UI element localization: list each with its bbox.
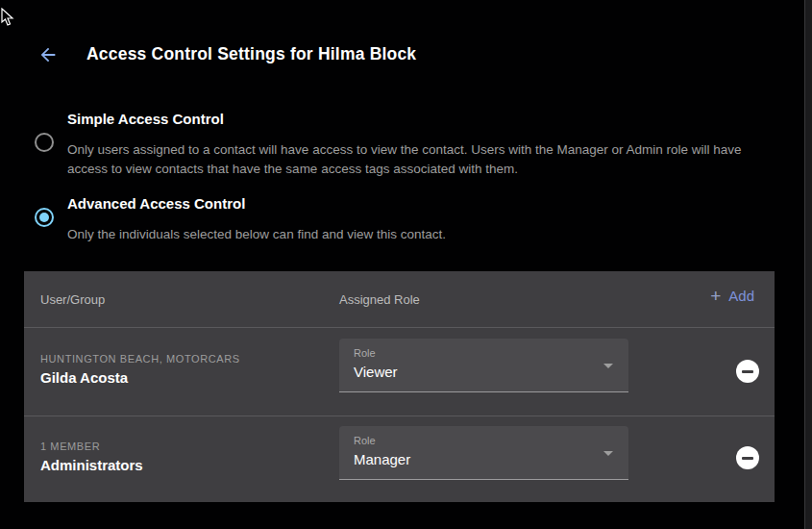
add-button-label: Add [728,288,754,304]
role-select-value: Viewer [354,364,398,380]
remove-row-button[interactable] [736,446,759,469]
role-select[interactable]: Role Manager [339,426,628,480]
row-subtitle: HUNTINGTON BEACH, MOTORCARS [40,353,240,365]
row-name: Administrators [40,457,143,473]
role-select-label: Role [354,347,376,359]
minus-icon [742,457,753,460]
page-title: Access Control Settings for Hilma Block [86,44,416,64]
row-divider [24,416,775,416]
advanced-access-description: Only the individuals selected below can … [67,225,778,244]
radio-dot [39,138,49,147]
add-button[interactable]: + Add [710,287,754,305]
column-header-user-group: User/Group [40,292,105,307]
remove-row-button[interactable] [736,360,759,383]
row-name: Gilda Acosta [40,369,128,386]
row-divider [24,327,775,328]
simple-access-label: Simple Access Control [67,111,224,127]
radio-simple-access[interactable] [35,133,54,152]
mouse-cursor-icon [1,8,14,31]
role-select[interactable]: Role Viewer [339,339,628,392]
radio-dot [39,213,49,222]
access-table: User/Group Assigned Role + Add HUNTINGTO… [24,271,775,502]
advanced-access-label: Advanced Access Control [67,195,245,212]
role-select-label: Role [354,435,376,446]
row-subtitle: 1 MEMBER [40,441,100,452]
chevron-down-icon [603,364,613,368]
column-header-assigned-role: Assigned Role [339,292,420,307]
scrollbar[interactable] [804,0,812,529]
radio-advanced-access[interactable] [35,208,54,227]
chevron-down-icon [603,451,613,456]
role-select-value: Manager [354,451,410,467]
plus-icon: + [710,287,721,305]
simple-access-description: Only users assigned to a contact will ha… [67,140,778,179]
back-button[interactable] [36,43,61,68]
minus-icon [742,370,753,373]
arrow-left-icon [37,44,59,68]
